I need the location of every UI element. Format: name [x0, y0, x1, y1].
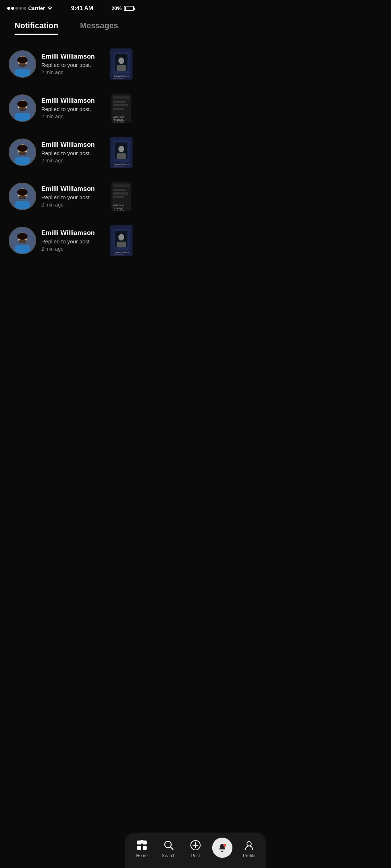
status-time: 9:41 AM: [71, 5, 93, 12]
thumb-image: Write Your message...: [110, 181, 133, 212]
tab-notification-label: Notification: [14, 21, 58, 30]
wifi-icon: [47, 5, 53, 11]
tab-messages-label: Messages: [80, 21, 118, 30]
avatar: [9, 94, 36, 122]
svg-point-25: [114, 122, 115, 123]
svg-rect-50: [113, 192, 128, 195]
notification-content: Emilli Williamson Replied to your post. …: [41, 229, 105, 252]
svg-rect-33: [15, 157, 30, 165]
svg-text:message...: message...: [113, 119, 125, 122]
svg-rect-51: [113, 196, 124, 198]
signal-dot-5: [23, 7, 26, 10]
svg-rect-21: [113, 104, 128, 106]
avatar-image: [9, 139, 35, 165]
signal-dot-4: [19, 7, 22, 10]
notification-content: Emilli Williamson Replied to your post. …: [41, 53, 105, 75]
notifications-list: Emilli Williamson Replied to your post. …: [0, 35, 141, 263]
notif-time: 2 min ago: [41, 202, 105, 208]
avatar-image: [9, 51, 35, 77]
notif-action: Replied to your post.: [41, 150, 105, 156]
notif-time: 2 min ago: [41, 158, 105, 163]
thumb-image: Gunjan Sharma Life is about...: [110, 225, 133, 256]
notification-item[interactable]: Emilli Williamson Replied to your post. …: [6, 218, 135, 263]
avatar: [9, 139, 36, 166]
signal-dot-3: [15, 7, 18, 10]
svg-point-32: [19, 151, 26, 155]
svg-rect-4: [15, 69, 30, 77]
battery-percent: 20%: [112, 5, 122, 11]
svg-point-60: [17, 233, 28, 240]
header-tabs: Notification Messages: [0, 14, 141, 35]
tab-notification[interactable]: Notification: [14, 21, 58, 35]
notification-thumbnail: Gunjan Sharma Life is about...: [110, 48, 133, 80]
svg-point-2: [17, 56, 28, 63]
signal-dot-1: [7, 7, 10, 10]
avatar: [9, 227, 36, 254]
svg-rect-38: [117, 153, 126, 159]
notification-thumbnail: Write Your message...: [110, 93, 133, 124]
svg-point-57: [122, 210, 124, 211]
svg-point-15: [19, 107, 26, 111]
notification-item[interactable]: Emilli Williamson Replied to your post. …: [6, 42, 135, 86]
svg-text:Life is about...: Life is about...: [113, 254, 124, 256]
svg-point-28: [122, 122, 124, 123]
svg-rect-19: [113, 96, 130, 99]
svg-point-27: [119, 122, 121, 123]
svg-text:Life is about...: Life is about...: [113, 77, 124, 79]
notification-thumbnail: Gunjan Sharma Life is about...: [110, 225, 133, 256]
avatar-image: [9, 183, 35, 209]
notification-thumbnail: Write Your message...: [110, 181, 133, 212]
notification-item[interactable]: Emilli Williamson Replied to your post. …: [6, 174, 135, 218]
svg-rect-62: [15, 245, 30, 254]
avatar-image: [9, 95, 35, 121]
svg-point-61: [19, 239, 26, 243]
notification-item[interactable]: Emilli Williamson Replied to your post. …: [6, 86, 135, 130]
svg-point-26: [117, 122, 118, 123]
notif-time: 2 min ago: [41, 114, 105, 119]
svg-rect-45: [15, 201, 30, 209]
avatar: [9, 50, 36, 78]
notification-item[interactable]: Emilli Williamson Replied to your post. …: [6, 130, 135, 174]
carrier-label: Carrier: [28, 5, 45, 11]
notification-thumbnail: Gunjan Sharma Life is about...: [110, 137, 133, 168]
notif-action: Replied to your post.: [41, 194, 105, 200]
notification-content: Emilli Williamson Replied to your post. …: [41, 141, 105, 163]
notif-name: Emilli Williamson: [41, 53, 105, 60]
svg-point-55: [117, 210, 118, 211]
status-bar: Carrier 9:41 AM 20%: [0, 0, 141, 14]
notif-time: 2 min ago: [41, 246, 105, 252]
thumb-image: Write Your message...: [110, 93, 133, 124]
svg-text:Write Your: Write Your: [113, 204, 125, 207]
notif-name: Emilli Williamson: [41, 97, 105, 105]
tab-messages[interactable]: Messages: [80, 21, 118, 35]
svg-point-44: [19, 195, 26, 199]
thumb-image: Gunjan Sharma Life is about...: [110, 48, 133, 80]
notif-name: Emilli Williamson: [41, 141, 105, 149]
svg-rect-48: [113, 184, 130, 187]
avatar-image: [9, 227, 35, 254]
svg-text:message...: message...: [113, 207, 125, 210]
svg-rect-20: [113, 101, 126, 103]
notification-content: Emilli Williamson Replied to your post. …: [41, 97, 105, 119]
svg-point-37: [118, 146, 124, 152]
signal-dot-2: [11, 7, 14, 10]
notif-time: 2 min ago: [41, 69, 105, 75]
svg-text:Life is about...: Life is about...: [113, 165, 124, 167]
svg-rect-22: [113, 108, 124, 110]
notif-name: Emilli Williamson: [41, 185, 105, 193]
tab-underline: [14, 34, 58, 35]
svg-point-8: [118, 58, 124, 64]
svg-point-14: [17, 101, 28, 107]
svg-rect-67: [117, 242, 126, 247]
thumb-image: Gunjan Sharma Life is about...: [110, 137, 133, 168]
svg-point-56: [119, 210, 121, 211]
svg-rect-49: [113, 189, 126, 191]
svg-rect-16: [15, 113, 30, 121]
svg-rect-9: [117, 65, 126, 71]
notif-action: Replied to your post.: [41, 106, 105, 112]
status-left: Carrier: [7, 5, 53, 11]
status-right: 20%: [112, 5, 134, 11]
notif-action: Replied to your post.: [41, 62, 105, 68]
notif-action: Replied to your post.: [41, 238, 105, 244]
signal-dots: [7, 7, 26, 10]
